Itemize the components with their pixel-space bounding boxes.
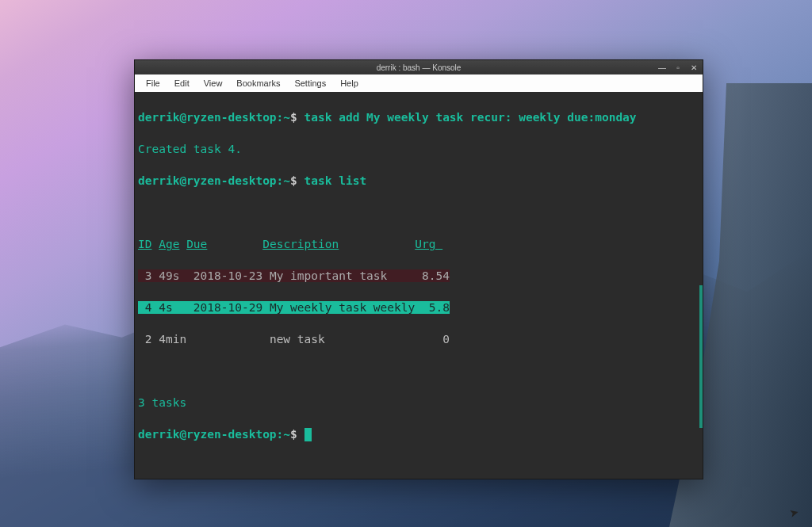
window-controls: — ▫ ✕ xyxy=(657,60,699,74)
prompt-line-1: derrik@ryzen-desktop:~$ task add My week… xyxy=(138,109,699,125)
prompt-line-3: derrik@ryzen-desktop:~$ xyxy=(138,426,699,443)
prompt-userhost: derrik@ryzen-desktop xyxy=(138,111,277,124)
blank-line xyxy=(138,204,699,220)
menubar: File Edit View Bookmarks Settings Help xyxy=(135,74,703,92)
konsole-window: derrik : bash — Konsole — ▫ ✕ File Edit … xyxy=(134,59,703,479)
command-2: task list xyxy=(304,174,367,187)
table-row: 3 49s 2018-10-23 My important task 8.54 xyxy=(138,268,699,284)
menu-help[interactable]: Help xyxy=(334,77,365,90)
command-1: task add My weekly task recur: weekly du… xyxy=(304,111,637,124)
titlebar[interactable]: derrik : bash — Konsole — ▫ ✕ xyxy=(135,60,703,74)
table-headers: ID Age Due Description Urg xyxy=(138,236,699,252)
scroll-thumb[interactable] xyxy=(699,285,703,428)
menu-view[interactable]: View xyxy=(197,77,229,90)
prompt-line-2: derrik@ryzen-desktop:~$ task list xyxy=(138,173,699,189)
maximize-button[interactable]: ▫ xyxy=(672,62,684,73)
output-created: Created task 4. xyxy=(138,141,699,157)
menu-file[interactable]: File xyxy=(140,77,167,90)
blank-line xyxy=(138,363,699,379)
terminal-viewport[interactable]: derrik@ryzen-desktop:~$ task add My week… xyxy=(135,92,703,479)
table-row: 4 4s 2018-10-29 My weekly task weekly 5.… xyxy=(138,300,699,315)
terminal-cursor xyxy=(304,428,312,441)
table-row: 2 4min new task 0 xyxy=(138,331,699,347)
close-button[interactable]: ✕ xyxy=(688,62,699,73)
scrollbar[interactable] xyxy=(698,92,703,479)
menu-settings[interactable]: Settings xyxy=(288,77,332,90)
summary-line: 3 tasks xyxy=(138,395,699,411)
minimize-button[interactable]: — xyxy=(657,62,668,73)
window-title: derrik : bash — Konsole xyxy=(377,63,462,72)
menu-edit[interactable]: Edit xyxy=(168,77,196,90)
menu-bookmarks[interactable]: Bookmarks xyxy=(230,77,286,90)
